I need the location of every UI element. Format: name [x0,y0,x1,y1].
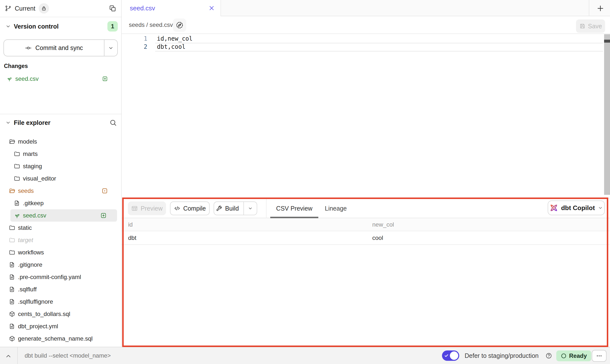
editor-scrollbar[interactable] [604,34,610,195]
section-title: File explorer [14,119,51,126]
breadcrumb: seeds / seed.csv [129,16,173,33]
file-name: dbt_project.yml [18,323,58,330]
file-explorer-header[interactable]: File explorer [3,114,118,131]
file-row[interactable]: seed.csv [10,209,117,222]
chevron-up-icon[interactable] [5,353,12,360]
commit-options-dropdown[interactable] [104,40,117,56]
file-icon [14,200,20,206]
file-icon [9,274,15,280]
chevron-down-icon [5,24,11,29]
file-name: seed.csv [23,212,46,219]
version-control-header[interactable]: Version control 1 [3,17,118,35]
lock-icon [41,6,47,11]
file-icon [9,286,15,293]
file-name: marts [23,150,38,157]
file-row[interactable]: workflows [3,246,118,259]
file-row[interactable]: marts [3,148,118,160]
main-area: seed.csv seeds / seed.csv Save 1id,new_c… [122,0,610,347]
file-row[interactable]: visual_editor [3,172,118,185]
dbt-copilot-logo-icon [550,204,558,212]
code-editor[interactable]: 1id,new_col2dbt,cool [122,34,610,198]
chevron-down-icon [108,45,114,51]
preview-button-label: Preview [141,205,163,212]
file-row[interactable]: .gitkeep [3,197,118,209]
changes-heading: Changes [3,63,118,69]
editor-line[interactable]: 1id,new_col [122,35,610,43]
more-options-button[interactable] [592,350,607,362]
build-button[interactable]: Build [214,202,240,215]
save-button[interactable]: Save [576,19,605,33]
copy-icon[interactable] [109,5,116,12]
chevron-down-icon [5,120,11,125]
chevron-down-icon [248,206,253,211]
dbt-cloud-ide: Current Version control 1 Commit and syn… [0,0,610,364]
file-name: .pre-commit-config.yaml [18,274,81,281]
command-input[interactable]: dbt build --select <model_name> [25,347,111,364]
editor-tab-bar: seed.csv [122,0,610,16]
tab-csv-preview[interactable]: CSV Preview [270,199,318,218]
commit-and-sync-button[interactable]: Commit and sync [4,40,104,56]
table-row: dbtcool [122,231,610,245]
file-row[interactable]: .pre-commit-config.yaml [3,271,118,283]
table-cell: cool [366,234,610,241]
file-row[interactable]: static [3,222,118,234]
editor-lines: 1id,new_col2dbt,cool [122,34,610,51]
column-header: new_col [366,221,610,228]
file-row[interactable]: target [3,234,118,246]
status-label: Ready [569,352,587,359]
plus-square-icon [102,76,108,82]
new-tab-plus-icon[interactable] [596,4,605,13]
tab-lineage[interactable]: Lineage [321,199,351,218]
toggle-knob [450,351,458,360]
tab-seed-csv[interactable]: seed.csv [122,0,221,16]
compass-icon [175,21,184,29]
sidebar: Current Version control 1 Commit and syn… [0,0,122,347]
compile-button[interactable]: Compile [170,201,210,215]
git-commit-icon [25,45,32,51]
build-button-label: Build [225,205,239,212]
folder-icon [14,175,20,182]
file-row[interactable]: models [3,135,118,148]
close-icon[interactable] [208,5,215,12]
file-name: .sqlfluffignore [18,298,53,305]
help-circle-icon[interactable] [545,352,552,359]
file-name: .gitkeep [23,200,44,207]
seedling-icon [14,212,20,219]
file-row[interactable]: cents_to_dollars.sql [3,308,118,320]
preview-button[interactable]: Preview [128,201,166,215]
line-number: 1 [122,35,151,43]
lineage-compass-button[interactable] [173,18,186,32]
dbt-copilot-button[interactable]: dbt Copilot [548,200,605,215]
toolbar-separator [266,199,267,218]
ellipsis-icon [596,353,602,359]
commit-and-sync-split-button: Commit and sync [3,39,118,56]
file-name: .gitignore [18,261,42,268]
folder-icon [14,163,20,169]
changes-count-badge: 1 [107,21,118,32]
file-row[interactable]: generate_schema_name.sql [3,332,118,345]
folder-icon [9,225,15,231]
file-tree: modelsmartsstagingvisual_editorseeds.git… [3,131,118,345]
file-row[interactable]: .gitignore [3,259,118,271]
status-circle-icon [561,353,567,359]
file-row[interactable]: staging [3,160,118,172]
search-icon[interactable] [109,119,117,126]
results-panel: Preview Compile Build CSV Preview [122,198,610,347]
copilot-button-label: dbt Copilot [561,204,595,212]
section-title: Version control [14,23,59,30]
file-row[interactable]: .sqlfluffignore [3,296,118,308]
file-row[interactable]: dbt_project.yml [3,320,118,332]
changed-file-row[interactable]: seed.csv [3,73,118,84]
file-row[interactable]: .sqlfluff [3,283,118,296]
defer-toggle[interactable] [442,350,459,361]
build-options-dropdown[interactable] [243,202,257,215]
chevron-down-icon [598,205,603,210]
status-badge: Ready [556,350,591,361]
branch-name: Current [15,5,35,12]
editor-line[interactable]: 2dbt,cool [122,43,610,51]
check-icon [444,353,449,358]
save-button-label: Save [588,23,602,30]
file-row[interactable]: seeds [3,185,118,197]
changed-file-name: seed.csv [15,75,39,82]
commit-button-label: Commit and sync [35,44,83,51]
